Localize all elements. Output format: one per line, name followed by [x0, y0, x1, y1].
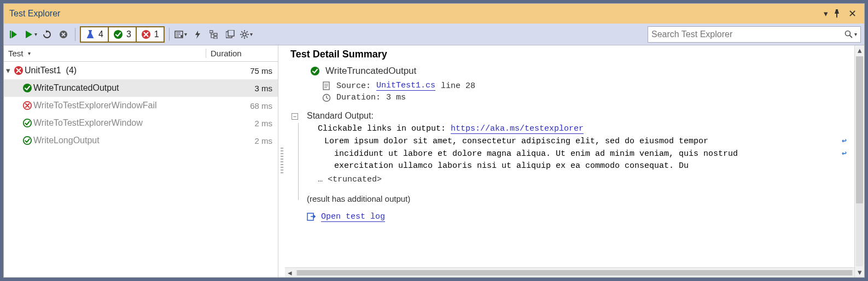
open-test-log-link[interactable]: Open test log	[321, 212, 385, 222]
pin-icon[interactable]	[832, 9, 846, 18]
search-input[interactable]	[651, 30, 844, 39]
open-log-icon	[307, 212, 316, 221]
flask-icon	[85, 30, 95, 39]
run-all-button[interactable]	[7, 27, 21, 42]
search-icon	[844, 30, 853, 39]
diagnostic-button[interactable]	[190, 27, 205, 42]
test-name: WriteToTestExplorerWindow	[33, 118, 223, 128]
truncated-marker: … <truncated>	[318, 175, 853, 184]
hierarchy-button[interactable]	[207, 27, 221, 42]
test-duration: 3 ms	[223, 84, 272, 93]
column-duration[interactable]: Duration	[206, 49, 278, 58]
tree-rows: ▾ UnitTest1 (4) 75 ms WriteTruncatedOutp…	[4, 62, 278, 277]
counter-failed-value: 1	[154, 30, 159, 39]
status-icon	[21, 136, 33, 145]
window-title: Test Explorer	[9, 9, 819, 19]
status-icon	[21, 101, 33, 110]
separator	[75, 28, 75, 41]
output-link[interactable]: https://aka.ms/testexplorer	[451, 124, 584, 134]
output-text-line: exercitation ullamco laboris nisi ut ali…	[334, 160, 853, 173]
detail-heading: Test Detail Summary	[290, 49, 853, 60]
pass-icon	[113, 30, 123, 39]
tree-group-row[interactable]: ▾ UnitTest1 (4) 75 ms	[4, 62, 278, 79]
column-test[interactable]: Test ▾	[4, 49, 206, 58]
counter-failed[interactable]: 1	[137, 27, 164, 42]
test-name: WriteLongOutput	[33, 136, 223, 145]
source-file-link[interactable]: UnitTest1.cs	[376, 81, 435, 91]
group-duration: 75 ms	[223, 66, 272, 75]
horizontal-scrollbar[interactable]: ◂▸	[285, 267, 864, 277]
status-icon	[21, 118, 33, 128]
output-text-line: incididunt ut labore et dolore magna ali…	[334, 148, 853, 161]
source-line: line 28	[441, 81, 475, 91]
duration-value: 3 ms	[386, 93, 406, 102]
counter-total[interactable]: 4	[81, 27, 109, 42]
pass-icon	[310, 66, 320, 76]
test-name: WriteTruncatedOutput	[33, 83, 223, 93]
detail-test-name: WriteTruncatedOutput	[325, 66, 416, 77]
duration-label: Duration:	[336, 93, 381, 102]
tree-item-row[interactable]: WriteTruncatedOutput3 ms	[4, 79, 278, 97]
expand-icon[interactable]: ▾	[4, 66, 13, 75]
tree-item-row[interactable]: WriteToTestExplorerWindowFail68 ms	[4, 97, 278, 114]
counter-passed[interactable]: 3	[109, 27, 137, 42]
run-button[interactable]: ▾	[24, 27, 38, 42]
status-icon	[21, 83, 33, 93]
fail-icon	[141, 30, 151, 39]
tree-item-row[interactable]: WriteLongOutput2 ms	[4, 132, 278, 149]
test-duration: 2 ms	[223, 136, 272, 145]
playlist-button[interactable]: ▾	[174, 27, 188, 42]
windows-button[interactable]	[223, 27, 237, 42]
additional-output-note: (result has additional output)	[307, 194, 853, 203]
test-name: WriteToTestExplorerWindowFail	[33, 101, 223, 110]
collapse-toggle[interactable]: −	[292, 113, 298, 120]
chevron-down-icon[interactable]: ▾	[854, 31, 857, 37]
chevron-down-icon: ▾	[34, 31, 37, 37]
titlebar: Test Explorer ▾ ✕	[4, 4, 864, 24]
test-duration: 68 ms	[223, 101, 272, 110]
source-label: Source:	[336, 81, 371, 91]
wrap-indicator-icon: ↩	[842, 136, 847, 148]
counter-passed-value: 3	[126, 30, 131, 39]
clock-icon	[322, 93, 331, 102]
separator	[169, 28, 170, 41]
wrap-indicator-icon: ↩	[842, 148, 847, 161]
close-icon[interactable]: ✕	[846, 8, 859, 20]
counter-total-value: 4	[98, 30, 103, 39]
group-name: UnitTest1 (4)	[25, 66, 223, 75]
tree-columns-header: Test ▾ Duration	[4, 45, 278, 62]
toolbar: ▾ 4 3 1 ▾ ▾ ▾	[4, 24, 864, 45]
tree-item-row[interactable]: WriteToTestExplorerWindow2 ms	[4, 114, 278, 132]
settings-button[interactable]: ▾	[240, 27, 254, 42]
output-prefix: Clickable links in output:	[318, 124, 446, 133]
test-explorer-window: Test Explorer ▾ ✕ ▾ 4 3 1 ▾	[3, 3, 865, 278]
splitter[interactable]	[278, 45, 285, 277]
test-counters: 4 3 1	[80, 26, 165, 43]
fail-icon	[13, 66, 25, 75]
standard-output-label: Standard Output:	[307, 111, 853, 121]
detail-pane: ▴▾ Test Detail Summary WriteTruncatedOut…	[285, 45, 864, 277]
test-tree-pane: Test ▾ Duration ▾ UnitTest1 (4) 75 ms Wr…	[4, 45, 278, 277]
cancel-button[interactable]	[56, 27, 71, 42]
document-icon	[322, 81, 331, 90]
search-box[interactable]: ▾	[648, 26, 861, 43]
window-menu-icon[interactable]: ▾	[819, 9, 832, 19]
sort-indicator-icon: ▾	[28, 50, 31, 56]
output-text-line: Lorem ipsum dolor sit amet, consectetur …	[324, 136, 853, 148]
test-duration: 2 ms	[223, 119, 272, 128]
repeat-button[interactable]	[40, 27, 54, 42]
